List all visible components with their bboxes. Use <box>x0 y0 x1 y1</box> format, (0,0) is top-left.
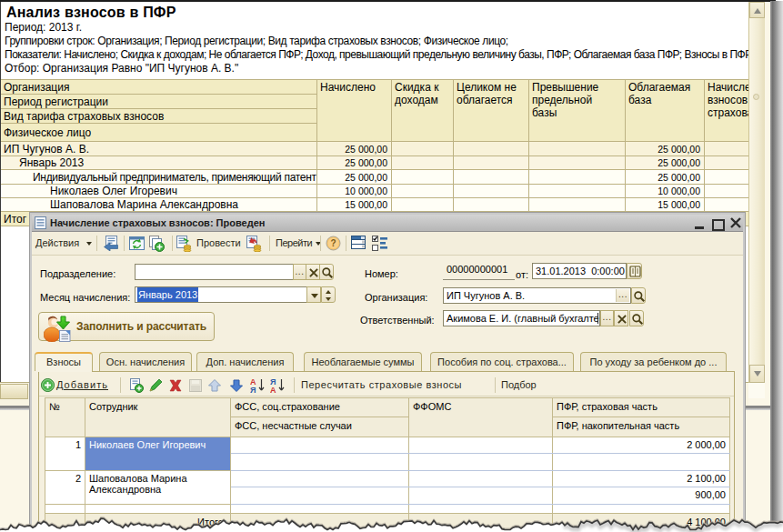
svg-text:?: ? <box>330 238 336 248</box>
svg-text:А: А <box>270 386 276 394</box>
svg-text:Я: Я <box>250 386 256 394</box>
